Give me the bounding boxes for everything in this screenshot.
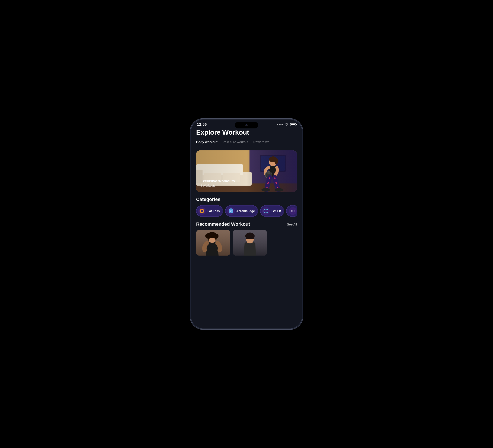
svg-rect-16 <box>268 172 270 174</box>
category-chip-fat-loss[interactable]: Fat Loss <box>196 205 223 217</box>
hero-text: Exclusive Workouts 5 Workouts <box>200 179 235 187</box>
hero-card-title: Exclusive Workouts <box>200 179 235 183</box>
rec-card-2[interactable] <box>233 230 267 256</box>
categories-row: Fat Loss <box>196 205 297 217</box>
fat-loss-label: Fat Loss <box>207 209 220 213</box>
svg-point-40 <box>294 211 295 212</box>
svg-point-45 <box>205 233 211 239</box>
see-all-button[interactable]: See All <box>287 222 297 226</box>
status-icons <box>277 123 296 126</box>
svg-point-47 <box>209 238 215 243</box>
battery-icon <box>290 123 296 126</box>
status-time: 12:56 <box>197 122 207 127</box>
dynamic-island <box>235 122 258 128</box>
tabs-bar[interactable]: Body workout Pain cure workout Reward wo… <box>196 140 297 146</box>
main-content: Explore Workout Body workout Pain cure w… <box>191 128 302 325</box>
camera-dot <box>246 124 247 126</box>
svg-rect-28 <box>230 208 232 209</box>
rec-card-1[interactable] <box>196 230 230 256</box>
svg-rect-30 <box>230 211 231 212</box>
svg-point-39 <box>292 211 293 212</box>
wifi-icon <box>285 123 288 126</box>
aerobic-label: AerobicEdge <box>236 209 255 213</box>
hero-card-subtitle: 5 Workouts <box>200 184 235 187</box>
hero-card[interactable]: Exclusive Workouts 5 Workouts <box>196 150 297 192</box>
get-fit-label: Get Fit <box>271 209 281 213</box>
category-chip-aerobic[interactable]: AerobicEdge <box>225 205 258 217</box>
get-fit-icon <box>262 207 270 215</box>
tab-body-workout[interactable]: Body workout <box>196 140 217 146</box>
recommended-header: Recommended Workout See All <box>196 221 297 227</box>
rec-card-1-bg <box>196 230 230 256</box>
category-chip-get-fit[interactable]: Get Fit <box>260 205 284 217</box>
svg-point-38 <box>291 211 292 212</box>
phone-frame: 12:56 <box>191 120 302 328</box>
tab-reward[interactable]: Reward wo... <box>253 140 272 146</box>
svg-rect-52 <box>246 234 254 239</box>
recommended-row <box>196 230 297 256</box>
recommended-title: Recommended Workout <box>196 221 250 227</box>
svg-point-18 <box>275 188 283 192</box>
page-title: Explore Workout <box>196 128 297 136</box>
more-icon <box>289 207 297 215</box>
aerobic-icon <box>227 207 235 215</box>
svg-point-17 <box>261 188 270 192</box>
category-chip-more[interactable] <box>286 205 297 217</box>
fat-loss-icon <box>198 207 206 215</box>
tab-pain-cure[interactable]: Pain cure workout <box>223 140 248 146</box>
svg-point-53 <box>247 240 253 243</box>
categories-title: Categories <box>196 197 297 202</box>
phone-screen: 12:56 <box>191 120 302 328</box>
svg-rect-29 <box>230 211 232 211</box>
svg-point-13 <box>274 158 278 164</box>
rec-card-2-bg <box>233 230 267 256</box>
svg-point-46 <box>214 234 219 238</box>
signal-icon <box>277 124 283 125</box>
